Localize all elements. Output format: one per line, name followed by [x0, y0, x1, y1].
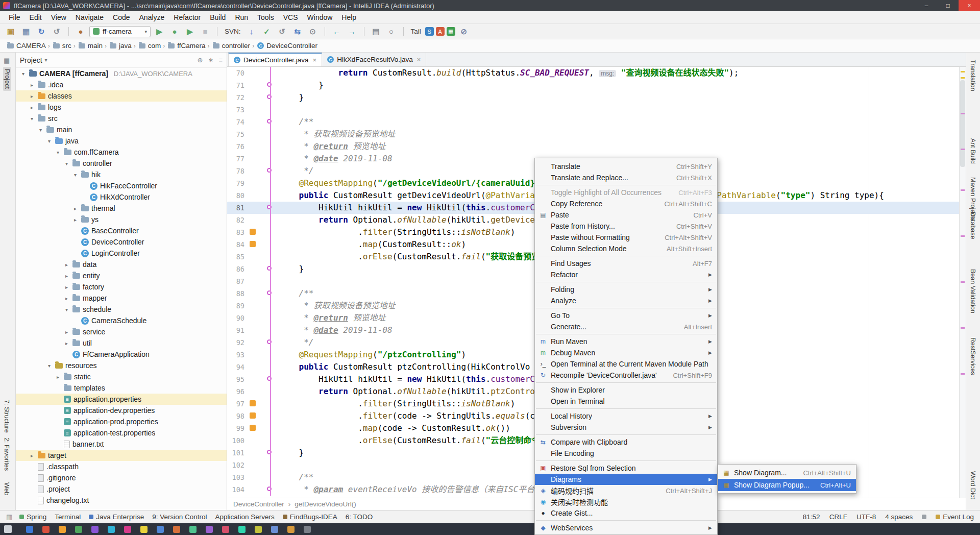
breadcrumb-item-controller[interactable]: controller — [213, 42, 251, 50]
excel-export-icon[interactable]: ▦ — [447, 27, 455, 36]
chevron-down-icon[interactable]: ▾ — [37, 127, 44, 133]
code-line-76[interactable]: 76 * @return 预览地址 — [227, 140, 959, 153]
alibaba-coding-icon[interactable]: A — [436, 27, 445, 36]
run-config-selector[interactable]: ff-camera▾ — [89, 26, 151, 37]
menubar-item-window[interactable]: Window — [303, 12, 337, 22]
tool-button-web[interactable]: Web — [3, 482, 10, 495]
tree-row-logincontroller[interactable]: CLoginController — [16, 248, 227, 259]
build-hammer-icon[interactable]: ● — [74, 26, 87, 38]
history-icon[interactable]: ⊙ — [306, 26, 320, 38]
scrollbar-thumb[interactable] — [960, 80, 965, 167]
run-icon[interactable]: ▶ — [153, 26, 166, 38]
tree-row-basecontroller[interactable]: CBaseController — [16, 225, 227, 236]
gutter-mark-icon[interactable] — [250, 229, 256, 235]
code-line-70[interactable]: 70 return CustomResult.build(HttpStatus.… — [227, 67, 959, 79]
tool-button-bean-validation[interactable]: Bean Validation — [969, 269, 976, 313]
chevron-down-icon[interactable]: ▾ — [46, 363, 53, 369]
menu-item-copy-reference[interactable]: Copy ReferenceCtrl+Alt+Shift+C — [535, 198, 717, 209]
chevron-down-icon[interactable]: ▾ — [63, 307, 70, 312]
tool-button-project[interactable]: Project — [3, 67, 11, 91]
menu-item-run-maven[interactable]: mRun Maven▶ — [535, 336, 717, 347]
taskbar-app-icon[interactable] — [42, 526, 50, 533]
taskbar-app-icon[interactable] — [59, 526, 66, 533]
tree-row-classpath[interactable]: .classpath — [16, 461, 227, 472]
tab-devicecontroller-java[interactable]: CDeviceController.java× — [228, 53, 322, 66]
minimize-button[interactable]: – — [916, 0, 937, 11]
chevron-down-icon[interactable]: ▾ — [72, 172, 79, 178]
close-icon[interactable]: × — [417, 56, 421, 63]
commit-icon[interactable]: ✓ — [260, 26, 274, 38]
breadcrumb-item-main[interactable]: main — [79, 42, 103, 50]
taskbar-app-icon[interactable] — [173, 526, 180, 533]
settings-icon[interactable]: ∗ — [208, 56, 214, 64]
forward-icon[interactable]: → — [346, 26, 359, 38]
chevron-down-icon[interactable]: ▾ — [29, 116, 35, 121]
chevron-right-icon[interactable]: ▸ — [63, 296, 70, 301]
tree-row-entity[interactable]: ▸entity — [16, 270, 227, 281]
tree-row-application-dev-properties[interactable]: ≡application-dev.properties — [16, 405, 227, 416]
gutter-mark-icon[interactable] — [250, 425, 256, 431]
breadcrumb-item-src[interactable]: src — [53, 42, 71, 50]
chevron-down-icon[interactable]: ▾ — [46, 138, 53, 144]
status-9-version-control[interactable]: 9: Version Control — [152, 513, 207, 521]
tree-row-devicecontroller[interactable]: CDeviceController — [16, 236, 227, 248]
tree-row-hikfacecontroller[interactable]: CHikFaceController — [16, 180, 227, 191]
taskbar-app-icon[interactable] — [108, 526, 115, 533]
tree-row-classes[interactable]: ▸classes — [16, 90, 227, 102]
taskbar-app-icon[interactable] — [255, 526, 262, 533]
tree-row-gitignore[interactable]: .gitignore — [16, 472, 227, 483]
menu-item-analyze[interactable]: Analyze▶ — [535, 295, 717, 306]
menu-item-关闭实时检测功能[interactable]: ◉关闭实时检测功能 — [535, 496, 717, 507]
menu-item-subversion[interactable]: Subversion▶ — [535, 422, 717, 433]
status-findbugs-idea[interactable]: FindBugs-IDEA — [283, 513, 337, 521]
menu-item-paste-without-formatting[interactable]: Paste without FormattingCtrl+Alt+Shift+V — [535, 232, 717, 243]
chevron-down-icon[interactable]: ▾ — [20, 71, 27, 77]
sonarlint-icon[interactable]: S — [425, 27, 434, 36]
taskbar-app-icon[interactable] — [206, 526, 213, 533]
taskbar-app-icon[interactable] — [75, 526, 82, 533]
run-coverage-icon[interactable]: ▶ — [183, 26, 197, 38]
chevron-down-icon[interactable]: ▾ — [55, 150, 61, 155]
taskbar-app-icon[interactable] — [222, 526, 229, 533]
menubar-item-file[interactable]: File — [4, 12, 25, 22]
chevron-right-icon[interactable]: ▸ — [63, 284, 70, 290]
close-button[interactable]: × — [959, 0, 980, 11]
tree-row-idea[interactable]: ▸.idea — [16, 79, 227, 90]
menu-item-local-history[interactable]: Local History▶ — [535, 410, 717, 422]
menu-item-create-gist[interactable]: ●Create Gist... — [535, 507, 717, 519]
tool-button-translation[interactable]: Translation — [969, 60, 976, 91]
tree-row-project[interactable]: .project — [16, 483, 227, 495]
taskbar-app-icon[interactable] — [157, 526, 164, 533]
status-application-servers[interactable]: Application Servers — [215, 513, 274, 521]
menubar-item-analyze[interactable]: Analyze — [135, 12, 169, 22]
menubar-item-view[interactable]: View — [46, 12, 71, 22]
code-line-71[interactable]: 71 } — [227, 79, 959, 91]
power-save-icon[interactable]: ⊘ — [457, 26, 471, 38]
taskbar-app-icon[interactable] — [287, 526, 295, 533]
update-icon[interactable]: ↓ — [245, 26, 258, 38]
menu-item-generate[interactable]: Generate...Alt+Insert — [535, 321, 717, 332]
chevron-right-icon[interactable]: ▸ — [29, 453, 35, 458]
tree-row-application-properties[interactable]: ≡application.properties — [16, 394, 227, 405]
tree-row-thermal[interactable]: ▸thermal — [16, 203, 227, 214]
menu-item-webservices[interactable]: ◆WebServices▶ — [535, 522, 717, 533]
clipboard-icon[interactable]: ▤ — [370, 26, 383, 38]
status-utf-8[interactable]: UTF-8 — [856, 513, 876, 521]
locate-icon[interactable]: ⊕ — [198, 56, 203, 64]
tree-row-controller[interactable]: ▾controller — [16, 158, 227, 169]
menubar-item-build[interactable]: Build — [205, 12, 230, 22]
back-icon[interactable]: ← — [330, 26, 344, 38]
tree-row-com-ffcamera[interactable]: ▾com.ffCamera — [16, 147, 227, 158]
menu-item-open-in-terminal[interactable]: Open in Terminal — [535, 396, 717, 407]
error-stripe[interactable] — [959, 67, 966, 498]
gutter-mark-icon[interactable] — [250, 241, 256, 247]
chevron-right-icon[interactable]: ▸ — [55, 374, 61, 380]
status-crlf[interactable]: CRLF — [829, 513, 847, 521]
search-icon[interactable]: ○ — [385, 26, 398, 38]
menu-item-folding[interactable]: Folding▶ — [535, 284, 717, 295]
tree-row-data[interactable]: ▸data — [16, 259, 227, 270]
taskbar-app-icon[interactable] — [238, 526, 246, 533]
gutter-mark-icon[interactable] — [250, 412, 256, 419]
tree-row-application-test-properties[interactable]: ≡application-test.properties — [16, 427, 227, 439]
code-line-72[interactable]: 72 } — [227, 91, 959, 104]
